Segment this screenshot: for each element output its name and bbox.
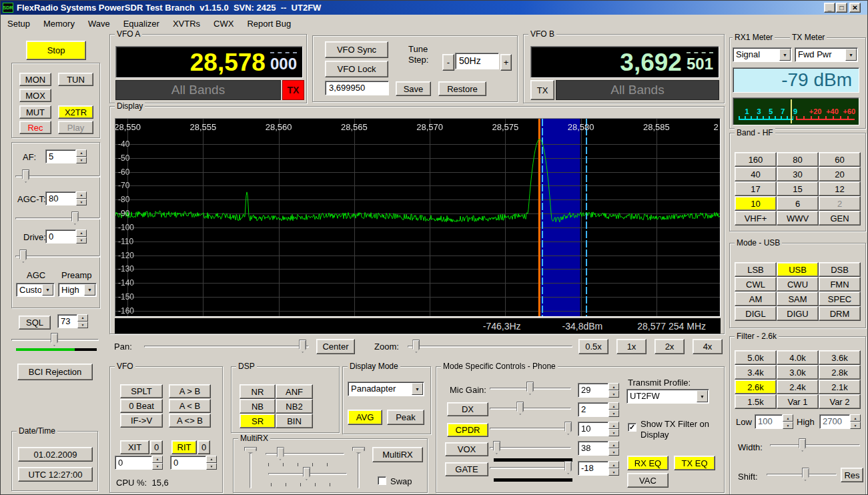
mode-button-digl[interactable]: DIGL: [735, 306, 777, 321]
band-button-30[interactable]: 30: [777, 167, 819, 181]
rit-button[interactable]: RIT: [171, 440, 197, 454]
dx-slider[interactable]: [490, 402, 571, 416]
menu-item-cwx[interactable]: CWX: [207, 19, 240, 29]
close-button[interactable]: ✕: [849, 3, 861, 13]
memory-frequency-field[interactable]: 3,699950: [325, 81, 389, 95]
drive-spinner[interactable]: 0▲▼: [45, 229, 87, 243]
xit-zero-button[interactable]: 0: [150, 440, 163, 454]
vox-button[interactable]: VOX: [445, 442, 488, 456]
dsp-button-nb2[interactable]: NB2: [276, 399, 313, 414]
rx-meter-select[interactable]: Signal▼: [733, 47, 792, 62]
multirx-tune-slider[interactable]: [268, 467, 347, 482]
pan-slider[interactable]: [144, 340, 309, 354]
mic-gain-slider[interactable]: [490, 382, 571, 396]
multirx-gain-slider[interactable]: [266, 447, 344, 462]
vfoa-frequency-display[interactable]: 28,578 000: [115, 46, 303, 78]
band-button-12[interactable]: 12: [819, 181, 861, 196]
band-button-2[interactable]: 2: [819, 196, 861, 211]
zoom-preset-2x[interactable]: 2x: [655, 339, 685, 354]
drive-slider[interactable]: [15, 250, 100, 264]
gate-spinner[interactable]: -18▲▼: [578, 461, 619, 476]
band-button-gen[interactable]: GEN: [819, 211, 861, 225]
tun-button[interactable]: TUN: [58, 73, 93, 86]
multirx-pan2-slider[interactable]: [352, 447, 366, 488]
band-button-80[interactable]: 80: [777, 152, 819, 167]
vfo-button-a-b[interactable]: A > B: [169, 384, 211, 398]
filter-button-2.4k[interactable]: 2.4k: [777, 380, 819, 394]
multirx-pan-slider[interactable]: [244, 447, 258, 488]
mon-button[interactable]: MON: [19, 73, 51, 86]
dx-spinner[interactable]: 2▲▼: [578, 402, 619, 417]
sql-slider[interactable]: [11, 333, 99, 348]
peak-button[interactable]: Peak: [387, 410, 424, 425]
start-stop-button[interactable]: Stop: [26, 41, 86, 60]
vfo-button-a-b[interactable]: A <> B: [169, 414, 211, 428]
dsp-button-anf[interactable]: ANF: [276, 384, 313, 399]
band-button-wwv[interactable]: WWV: [777, 211, 819, 225]
band-button-20[interactable]: 20: [819, 167, 861, 181]
mode-button-spec[interactable]: SPEC: [819, 292, 861, 306]
filter-button-var-2[interactable]: Var 2: [819, 394, 861, 409]
filter-res-button[interactable]: Res: [841, 468, 863, 482]
vfo-button-if-v[interactable]: IF->V: [120, 414, 163, 428]
filter-low-spinner[interactable]: 100▲▼: [755, 414, 793, 429]
vac-button[interactable]: VAC: [627, 473, 669, 488]
rit-spinner[interactable]: 0▲▼: [170, 456, 217, 470]
gate-slider[interactable]: [490, 461, 571, 476]
menu-item-xvtrs[interactable]: XVTRs: [166, 19, 207, 29]
zoom-slider[interactable]: [408, 340, 572, 354]
vfo-lock-button[interactable]: VFO Lock: [325, 61, 388, 77]
bci-rejection-button[interactable]: BCI Rejection: [17, 364, 93, 380]
af-slider[interactable]: [15, 169, 100, 184]
zoom-preset-0.5x[interactable]: 0.5x: [578, 339, 608, 354]
mode-button-lsb[interactable]: LSB: [735, 262, 777, 277]
agct-slider[interactable]: [15, 211, 100, 226]
band-button-vhf+[interactable]: VHF+: [735, 211, 777, 225]
restore-button[interactable]: Restore: [438, 81, 486, 96]
filter-button-3.6k[interactable]: 3.6k: [819, 350, 861, 365]
filter-button-2.6k[interactable]: 2.6k: [735, 380, 777, 394]
zoom-preset-4x[interactable]: 4x: [693, 339, 723, 354]
dsp-button-nb[interactable]: NB: [240, 399, 276, 414]
transmit-profile-select[interactable]: UT2FW▼: [626, 389, 709, 404]
display-mode-select[interactable]: Panadapter▼: [348, 382, 424, 396]
swap-checkbox[interactable]: [378, 476, 386, 485]
menu-item-memory[interactable]: Memory: [37, 19, 81, 29]
tx-meter-select[interactable]: Fwd Pwr▼: [795, 47, 858, 62]
zoom-preset-1x[interactable]: 1x: [616, 339, 646, 354]
center-button[interactable]: Center: [316, 339, 355, 354]
band-button-15[interactable]: 15: [777, 181, 819, 196]
vfo-sync-button[interactable]: VFO Sync: [325, 41, 388, 58]
sql-spinner[interactable]: 73▲▼: [57, 314, 88, 328]
maximize-button[interactable]: □: [836, 3, 847, 13]
dx-button[interactable]: DX: [447, 402, 488, 416]
tune-step-up-button[interactable]: +: [500, 54, 512, 71]
agct-spinner[interactable]: 80▲▼: [45, 191, 87, 205]
band-button-160[interactable]: 160: [735, 152, 777, 167]
cpdr-button[interactable]: CPDR: [447, 423, 488, 437]
filter-button-2.8k[interactable]: 2.8k: [819, 365, 861, 380]
filter-button-var-1[interactable]: Var 1: [777, 394, 819, 409]
mode-button-fmn[interactable]: FMN: [819, 277, 861, 292]
filter-high-spinner[interactable]: 2700▲▼: [819, 414, 861, 429]
dsp-button-bin[interactable]: BIN: [276, 414, 313, 428]
mode-button-dsb[interactable]: DSB: [819, 262, 861, 277]
xit-spinner[interactable]: 0▲▼: [115, 456, 163, 470]
band-button-60[interactable]: 60: [819, 152, 861, 167]
mode-button-usb[interactable]: USB: [777, 262, 819, 277]
vfo-button-0-beat[interactable]: 0 Beat: [120, 399, 163, 413]
multirx-button[interactable]: MultiRX: [372, 447, 423, 462]
vox-spinner[interactable]: 38▲▼: [578, 441, 619, 456]
vfo-button-splt[interactable]: SPLT: [120, 384, 163, 398]
preamp-select[interactable]: High▼: [58, 283, 97, 297]
rec-button[interactable]: Rec: [19, 121, 51, 134]
sql-button[interactable]: SQL: [19, 316, 51, 330]
minimize-button[interactable]: _: [824, 3, 835, 13]
mode-button-am[interactable]: AM: [735, 292, 777, 306]
vox-slider[interactable]: [490, 441, 571, 456]
x2tr-button[interactable]: X2TR: [58, 105, 93, 119]
band-button-6[interactable]: 6: [777, 196, 819, 211]
menu-item-setup[interactable]: Setup: [1, 19, 37, 29]
mode-button-sam[interactable]: SAM: [777, 292, 819, 306]
dsp-button-nr[interactable]: NR: [240, 384, 276, 399]
